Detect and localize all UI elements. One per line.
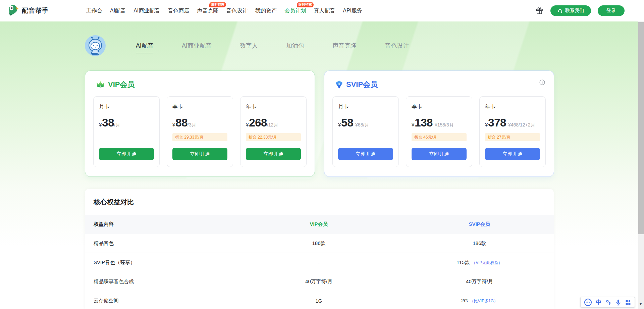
vertical-scrollbar-track[interactable] bbox=[638, 21, 644, 309]
svip-column-header: SVIP会员 bbox=[405, 221, 554, 227]
parrot-logo-icon bbox=[7, 4, 19, 17]
info-icon[interactable] bbox=[539, 80, 545, 85]
price: ¥38/月 bbox=[99, 117, 154, 128]
nav-item-voice-store[interactable]: 音色商店 bbox=[168, 6, 189, 16]
card-name: 月卡 bbox=[338, 103, 393, 110]
discount-tag: 折合 46元/月 bbox=[412, 133, 467, 141]
svg-text:s: s bbox=[338, 82, 340, 86]
apps-grid-icon[interactable] bbox=[625, 300, 631, 305]
punctuation-icon[interactable] bbox=[606, 300, 611, 305]
card-name: 年卡 bbox=[246, 103, 301, 110]
vip-monthly-card: 月卡 ¥38/月 立即开通 bbox=[93, 96, 160, 167]
card-name: 月卡 bbox=[99, 103, 154, 110]
price: ¥378¥468/12+2月 bbox=[485, 117, 540, 128]
card-name: 年卡 bbox=[485, 103, 540, 110]
app-logo[interactable]: 配音帮手 bbox=[7, 4, 49, 17]
nav-item-ai-business-dubbing[interactable]: AI商业配音 bbox=[133, 6, 160, 16]
svip-note: （VIP无此权益） bbox=[472, 260, 502, 265]
svip-quarterly-card: 季卡 ¥138¥158/3月 折合 46元/月 立即开通 bbox=[406, 96, 472, 167]
svip-panel-header: s SVIP会员 bbox=[335, 80, 546, 90]
vip-column-header: VIP会员 bbox=[232, 221, 405, 227]
price: ¥268/12月 bbox=[246, 117, 301, 128]
original-price: ¥158 bbox=[435, 122, 445, 127]
comparison-header-row: 权益内容 VIP会员 SVIP会员 bbox=[85, 215, 554, 234]
header-actions: 联系我们 登录 bbox=[535, 5, 625, 16]
card-name: 季卡 bbox=[172, 103, 227, 110]
vip-panel: v VIP会员 月卡 ¥38/月 立即开通 季卡 bbox=[85, 70, 315, 177]
tab-voice-design[interactable]: 音色设计 bbox=[385, 42, 409, 50]
headset-icon bbox=[557, 8, 563, 13]
chinese-mode-icon[interactable]: 中 bbox=[596, 300, 601, 305]
table-row: 精品音色 186款 186款 bbox=[85, 234, 554, 253]
tab-booster-pack[interactable]: 加油包 bbox=[286, 42, 304, 50]
nav-item-membership-plan[interactable]: 会员计划 限时特惠 bbox=[284, 6, 306, 16]
top-navigation-bar: 配音帮手 工作台 AI配音 AI商业配音 音色商店 声音克隆 限时特惠 音色设计… bbox=[0, 0, 644, 21]
product-tabs: AI配音 AI商业配音 数字人 加油包 声音克隆 音色设计 bbox=[136, 42, 409, 50]
svip-monthly-card: 月卡 ¥58¥68/月 立即开通 bbox=[332, 96, 399, 167]
tab-ai-business-dubbing[interactable]: AI商业配音 bbox=[182, 42, 212, 50]
discount-tag: 折合 22.33元/月 bbox=[246, 133, 301, 141]
microphone-icon[interactable] bbox=[616, 299, 621, 306]
original-price: ¥468 bbox=[508, 122, 519, 127]
table-row: 云存储空间 1G 2G（比VIP多1G） bbox=[85, 291, 554, 309]
original-price: ¥68 bbox=[355, 122, 363, 127]
svip-yearly-card: 年卡 ¥378¥468/12+2月 折合 27元/月 立即开通 bbox=[479, 96, 546, 167]
crown-icon: v bbox=[96, 81, 105, 89]
svg-text:v: v bbox=[100, 84, 101, 87]
discount-tag: 折合 29.33元/月 bbox=[172, 133, 227, 141]
svip-note: （比VIP多1G） bbox=[470, 299, 498, 303]
contact-us-button[interactable]: 联系我们 bbox=[550, 5, 591, 16]
price: ¥138¥158/3月 bbox=[412, 117, 467, 128]
nav-item-api-service[interactable]: API服务 bbox=[343, 6, 362, 16]
vip-panel-title: VIP会员 bbox=[108, 80, 135, 90]
table-row: 精品臻享音色合成 40万字符/月 40万字符/月 bbox=[85, 272, 554, 291]
svip-quarterly-subscribe-button[interactable]: 立即开通 bbox=[412, 148, 467, 160]
svip-price-cards: 月卡 ¥58¥68/月 立即开通 季卡 ¥138¥158/3月 折合 46元/月 bbox=[332, 96, 546, 167]
login-button[interactable]: 登录 bbox=[598, 5, 625, 16]
nav-item-human-dubbing[interactable]: 真人配音 bbox=[314, 6, 335, 16]
nav-item-voice-design[interactable]: 音色设计 bbox=[226, 6, 248, 16]
discount-tag: 折合 27元/月 bbox=[485, 133, 540, 141]
plan-panels: v VIP会员 月卡 ¥38/月 立即开通 季卡 bbox=[85, 70, 554, 177]
svip-yearly-subscribe-button[interactable]: 立即开通 bbox=[485, 148, 540, 160]
svip-panel: s SVIP会员 月卡 ¥58¥68/ bbox=[324, 70, 554, 177]
nav-item-workbench[interactable]: 工作台 bbox=[86, 6, 102, 16]
svip-panel-title: SVIP会员 bbox=[346, 80, 378, 90]
tab-digital-human[interactable]: 数字人 bbox=[240, 42, 258, 50]
comparison-title: 核心权益对比 bbox=[94, 198, 554, 207]
app-title: 配音帮手 bbox=[22, 6, 49, 15]
mascot-avatar bbox=[85, 35, 106, 56]
diamond-icon: s bbox=[335, 80, 343, 89]
vip-monthly-subscribe-button[interactable]: 立即开通 bbox=[99, 148, 154, 160]
ime-collapse-caret[interactable]: ▾ bbox=[640, 302, 642, 306]
gift-icon[interactable] bbox=[535, 6, 544, 15]
price: ¥58¥68/月 bbox=[338, 117, 393, 128]
membership-page: AI配音 AI商业配音 数字人 加油包 声音克隆 音色设计 bbox=[0, 21, 644, 309]
vip-panel-header: v VIP会员 bbox=[96, 80, 307, 90]
vip-quarterly-card: 季卡 ¥88/3月 折合 29.33元/月 立即开通 bbox=[167, 96, 233, 167]
nav-item-voice-clone[interactable]: 声音克隆 限时特惠 bbox=[197, 6, 218, 16]
nav-item-ai-dubbing[interactable]: AI配音 bbox=[110, 6, 126, 16]
vip-price-cards: 月卡 ¥38/月 立即开通 季卡 ¥88/3月 折合 29.33元/月 立 bbox=[93, 96, 307, 167]
tab-voice-clone[interactable]: 声音克隆 bbox=[332, 42, 357, 50]
vip-quarterly-subscribe-button[interactable]: 立即开通 bbox=[172, 148, 227, 160]
vertical-scrollbar-thumb[interactable] bbox=[638, 22, 644, 234]
limited-offer-badge: 限时特惠 bbox=[297, 2, 314, 7]
ifly-logo-icon[interactable]: iFLY bbox=[584, 299, 592, 306]
vip-yearly-subscribe-button[interactable]: 立即开通 bbox=[246, 148, 301, 160]
ime-toolbar: iFLY 中 bbox=[580, 297, 635, 308]
plan-tabs-row: AI配音 AI商业配音 数字人 加油包 声音克隆 音色设计 bbox=[85, 35, 554, 56]
benefits-comparison-card: 核心权益对比 权益内容 VIP会员 SVIP会员 精品音色 186款 186款 … bbox=[85, 189, 554, 309]
tab-ai-dubbing[interactable]: AI配音 bbox=[136, 42, 154, 50]
svip-monthly-subscribe-button[interactable]: 立即开通 bbox=[338, 148, 393, 160]
card-name: 季卡 bbox=[412, 103, 467, 110]
limited-offer-badge: 限时特惠 bbox=[209, 2, 226, 7]
table-row: SVIP音色（臻享） - 115款（VIP无此权益） bbox=[85, 253, 554, 272]
main-nav: 工作台 AI配音 AI商业配音 音色商店 声音克隆 限时特惠 音色设计 我的资产… bbox=[86, 6, 362, 16]
nav-item-my-assets[interactable]: 我的资产 bbox=[255, 6, 277, 16]
vip-yearly-card: 年卡 ¥268/12月 折合 22.33元/月 立即开通 bbox=[240, 96, 307, 167]
price: ¥88/3月 bbox=[172, 117, 227, 128]
